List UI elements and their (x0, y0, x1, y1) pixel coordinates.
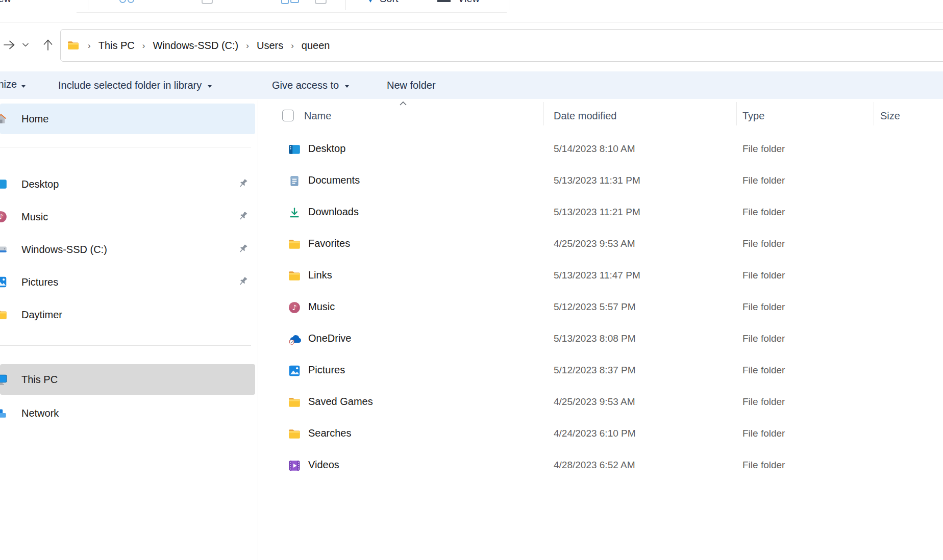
view-icon[interactable] (437, 0, 451, 2)
cut-icon[interactable] (119, 0, 126, 3)
file-row-videos[interactable]: Videos4/28/2023 6:52 AMFile folder (258, 450, 943, 481)
sort-button[interactable]: Sort (380, 0, 399, 4)
column-header-type[interactable]: Type (742, 110, 764, 122)
forward-button[interactable] (2, 38, 16, 52)
folder-icon (67, 40, 80, 51)
view-button[interactable]: View (458, 0, 480, 4)
copy-icon[interactable] (202, 0, 213, 4)
toolbar-divider (509, 0, 509, 10)
paste-icon[interactable] (281, 0, 289, 4)
sidebar-item-this-pc[interactable]: This PC (0, 364, 255, 395)
file-row-desktop[interactable]: Desktop5/14/2023 8:10 AMFile folder (258, 134, 943, 165)
pictures-icon (288, 364, 301, 377)
sidebar-item-home[interactable]: Home (0, 104, 255, 134)
include-in-library-button[interactable]: Include selected folder in library (58, 71, 212, 99)
breadcrumb-separator: › (291, 40, 294, 51)
file-row-favorites[interactable]: Favorites4/25/2023 9:53 AMFile folder (258, 228, 943, 260)
sidebar-item-daytimer[interactable]: Daytimer (0, 299, 255, 330)
desktop-icon (0, 177, 8, 191)
toolbar-divider (345, 0, 345, 10)
videos-icon (288, 459, 301, 472)
file-row-links[interactable]: Links5/13/2023 11:47 PMFile folder (258, 260, 943, 292)
arrow-up-icon (41, 38, 55, 52)
caret-down-icon (345, 85, 349, 88)
music-icon: ♪ (288, 301, 301, 314)
cut-icon[interactable] (128, 0, 134, 3)
column-divider[interactable] (736, 102, 737, 125)
sidebar-item-windows-ssd-c[interactable]: Windows-SSD (C:) (0, 234, 255, 265)
pin-icon (238, 211, 249, 222)
navigation-bar: › This PC › Windows-SSD (C:) › Users › q… (0, 22, 943, 71)
sort-icon[interactable] (368, 0, 373, 3)
breadcrumb-separator: › (246, 40, 249, 51)
file-row-music[interactable]: ♪Music5/12/2023 5:57 PMFile folder (258, 292, 943, 323)
folder-icon (288, 427, 301, 441)
new-button[interactable]: New (0, 0, 11, 4)
network-icon (0, 406, 8, 420)
home-icon (0, 112, 8, 125)
address-bar[interactable]: › This PC › Windows-SSD (C:) › Users › q… (60, 29, 943, 62)
column-divider[interactable] (874, 102, 874, 125)
column-header-date-modified[interactable]: Date modified (554, 110, 616, 122)
breadcrumb-this-pc[interactable]: This PC (98, 40, 135, 52)
include-in-library-label: Include selected folder in library (58, 80, 202, 91)
toolbar-group-border (77, 12, 507, 13)
command-bar: Organize Include selected folder in libr… (0, 71, 943, 99)
folder-icon (288, 396, 301, 409)
up-button[interactable] (41, 38, 55, 52)
column-divider[interactable] (543, 102, 544, 125)
organize-label: Organize (0, 79, 17, 90)
sidebar-divider (0, 345, 251, 346)
give-access-to-label: Give access to (272, 80, 339, 91)
svg-text:♪: ♪ (0, 213, 3, 221)
select-all-checkbox[interactable] (282, 110, 294, 121)
file-row-downloads[interactable]: Downloads5/13/2023 11:21 PMFile folder (258, 197, 943, 228)
breadcrumb-separator: › (88, 40, 91, 51)
breadcrumb-windows-ssd[interactable]: Windows-SSD (C:) (153, 40, 238, 52)
file-row-onedrive[interactable]: OneDrive5/13/2023 8:08 PMFile folder (258, 323, 943, 355)
new-folder-label: New folder (387, 80, 436, 91)
arrow-right-icon (2, 38, 16, 52)
organize-button[interactable]: Organize (0, 71, 26, 99)
chevron-down-icon (21, 41, 30, 49)
file-row-saved-games[interactable]: Saved Games4/25/2023 9:53 AMFile folder (258, 387, 943, 418)
toolbar: New Sort View (0, 0, 943, 22)
breadcrumb-users[interactable]: Users (257, 40, 283, 52)
folder-icon (0, 308, 8, 321)
delete-icon[interactable] (315, 0, 327, 4)
give-access-to-button[interactable]: Give access to (272, 71, 349, 99)
pictures-icon (0, 275, 8, 289)
column-header-size[interactable]: Size (880, 110, 900, 122)
toolbar-divider (88, 0, 88, 10)
music-icon: ♪ (0, 210, 8, 223)
pin-icon (238, 243, 249, 254)
folder-icon (288, 269, 301, 283)
sidebar-item-music[interactable]: ♪Music (0, 201, 255, 232)
breadcrumb-separator: › (142, 40, 145, 51)
svg-text:♪: ♪ (292, 303, 297, 312)
breadcrumb-queen[interactable]: queen (302, 40, 330, 52)
sort-ascending-icon (399, 101, 407, 106)
thispc-icon (0, 373, 8, 386)
sidebar: HomeDesktop♪MusicWindows-SSD (C:)Picture… (0, 99, 258, 560)
recent-locations-button[interactable] (21, 41, 30, 49)
paste-icon[interactable] (290, 0, 299, 3)
sidebar-item-pictures[interactable]: Pictures (0, 267, 255, 297)
column-header-name[interactable]: Name (304, 110, 331, 122)
file-row-pictures[interactable]: Pictures5/12/2023 8:37 PMFile folder (258, 355, 943, 387)
sidebar-divider (0, 147, 251, 147)
file-row-searches[interactable]: Searches4/24/2023 6:10 PMFile folder (258, 418, 943, 450)
downloads-icon (288, 206, 301, 219)
caret-down-icon (21, 85, 26, 88)
onedrive-icon (288, 333, 301, 346)
breadcrumb: › This PC › Windows-SSD (C:) › Users › q… (67, 40, 330, 52)
drive-icon (0, 243, 8, 256)
new-folder-button[interactable]: New folder (387, 71, 436, 99)
file-row-documents[interactable]: Documents5/13/2023 11:31 PMFile folder (258, 165, 943, 197)
pin-icon (238, 276, 249, 287)
sidebar-item-network[interactable]: Network (0, 398, 255, 428)
sidebar-item-desktop[interactable]: Desktop (0, 169, 255, 199)
folder-icon (288, 238, 301, 251)
desktop-icon (288, 143, 301, 156)
file-explorer-window: New Sort View › (0, 0, 943, 560)
